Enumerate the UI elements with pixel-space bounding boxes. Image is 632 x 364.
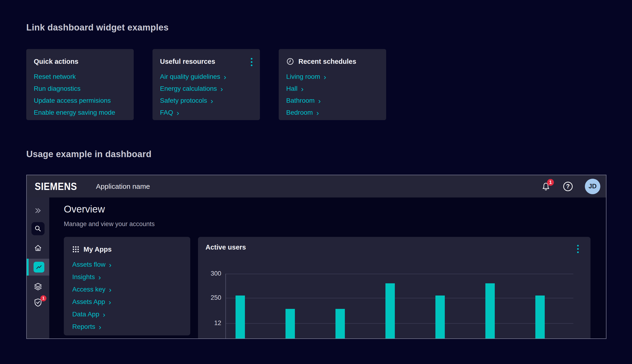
active-users-card: Active users 30025012	[198, 237, 590, 339]
link-label[interactable]: Access key	[72, 286, 106, 293]
dashboard-example-frame: SIEMENS Application name 1 ? JD	[26, 175, 606, 339]
my-apps-links: Assets flow›Insights›Access key›Assets A…	[72, 261, 182, 330]
chart-title: Active users	[206, 244, 246, 251]
notifications-button[interactable]: 1	[541, 181, 551, 192]
bar-0	[236, 296, 245, 339]
link-bathroom[interactable]: Bathroom›	[286, 97, 379, 104]
chevron-right-icon: ›	[109, 262, 112, 267]
sidebar-search-button[interactable]	[32, 222, 44, 235]
y-axis-label: 300	[200, 270, 221, 277]
kebab-menu-icon[interactable]	[576, 244, 580, 254]
gridline	[226, 298, 573, 298]
link-assets-flow[interactable]: Assets flow›	[72, 261, 182, 268]
link-air-quality-guidelines[interactable]: Air quality guidelines›	[160, 73, 252, 80]
section-title-link-widget-examples: Link dashboard widget examples	[26, 22, 169, 32]
card-title: Recent schedules	[298, 58, 356, 66]
sidebar-item-security[interactable]: 1	[33, 298, 43, 308]
layers-icon	[33, 282, 43, 291]
link-label[interactable]: Update access permisions	[34, 97, 111, 104]
link-label[interactable]: Assets flow	[72, 261, 106, 268]
kebab-menu-icon[interactable]	[250, 57, 253, 67]
link-label[interactable]: Bedroom	[286, 109, 313, 116]
sidebar-item-home[interactable]	[33, 244, 43, 252]
link-label[interactable]: Air quality guidelines	[160, 73, 220, 80]
bar-4	[436, 296, 445, 339]
bar-3	[386, 283, 395, 339]
link-living-room[interactable]: Living room›	[286, 73, 379, 80]
link-enable-energy-saving-mode[interactable]: Enable energy saving mode	[34, 109, 126, 116]
link-label[interactable]: Enable energy saving mode	[34, 109, 115, 116]
bar-1	[286, 309, 295, 339]
link-label[interactable]: Insights	[72, 273, 95, 281]
user-avatar[interactable]: JD	[585, 179, 600, 194]
help-button[interactable]: ?	[563, 181, 573, 192]
useful-resources-links: Air quality guidelines›Energy calculatio…	[160, 73, 252, 116]
link-label[interactable]: Hall	[286, 85, 298, 92]
widget-card-useful-resources: Useful resources Air quality guidelines›…	[152, 49, 260, 120]
help-icon: ?	[563, 182, 573, 191]
link-label[interactable]: Energy calculations	[160, 85, 217, 92]
chevron-right-icon: ›	[224, 74, 226, 80]
trend-chart-icon	[36, 264, 42, 271]
chevron-right-icon: ›	[98, 274, 101, 280]
main-content: Overview Manage and view your accounts M…	[49, 198, 606, 338]
link-reports[interactable]: Reports›	[72, 323, 182, 330]
chevrons-right-icon	[34, 207, 42, 214]
page-subtitle: Manage and view your accounts	[64, 220, 154, 228]
chevron-right-icon: ›	[108, 299, 111, 305]
sidebar-item-layers[interactable]	[33, 282, 43, 291]
link-label[interactable]: Living room	[286, 73, 320, 80]
link-data-app[interactable]: Data App›	[72, 310, 182, 318]
card-title: My Apps	[84, 246, 112, 253]
sidebar-expand-button[interactable]	[33, 206, 43, 215]
page-title: Overview	[64, 204, 105, 215]
sidebar: 1	[27, 198, 49, 338]
widget-card-quick-actions: Quick actions Reset networkRun diagnosti…	[26, 49, 134, 120]
link-label[interactable]: FAQ	[160, 109, 173, 116]
link-label[interactable]: Data App	[72, 310, 99, 318]
recent-schedules-links: Living room›Hall›Bathroom›Bedroom›	[286, 73, 379, 116]
link-update-access-permisions[interactable]: Update access permisions	[34, 97, 126, 104]
widget-card-recent-schedules: Recent schedules Living room›Hall›Bathro…	[279, 49, 386, 120]
link-label[interactable]: Run diagnostics	[34, 85, 80, 92]
my-apps-card: My Apps Assets flow›Insights›Access key›…	[64, 237, 190, 336]
siemens-logo: SIEMENS	[35, 180, 77, 192]
search-icon	[34, 225, 42, 232]
link-run-diagnostics[interactable]: Run diagnostics	[34, 85, 126, 92]
link-access-key[interactable]: Access key›	[72, 286, 182, 293]
link-label[interactable]: Safety protocols	[160, 97, 207, 104]
active-users-bar-chart: 30025012	[226, 274, 573, 339]
link-safety-protocols[interactable]: Safety protocols›	[160, 97, 252, 104]
y-axis-label: 12	[200, 320, 221, 327]
link-reset-network[interactable]: Reset network	[34, 73, 126, 80]
link-hall[interactable]: Hall›	[286, 85, 379, 92]
apps-grid-icon	[72, 246, 79, 253]
link-faq[interactable]: FAQ›	[160, 109, 252, 116]
application-name: Application name	[96, 182, 150, 190]
chevron-right-icon: ›	[211, 98, 213, 104]
clock-icon	[286, 58, 294, 66]
link-label[interactable]: Reset network	[34, 73, 76, 80]
sidebar-item-monitoring-active[interactable]	[27, 259, 49, 276]
y-axis-label: 250	[200, 294, 221, 302]
link-insights[interactable]: Insights›	[72, 273, 182, 281]
link-label[interactable]: Reports	[72, 323, 95, 330]
card-title: Useful resources	[160, 58, 215, 66]
link-energy-calculations[interactable]: Energy calculations›	[160, 85, 252, 92]
bar-2	[336, 309, 345, 339]
chevron-right-icon: ›	[99, 324, 101, 330]
chevron-right-icon: ›	[324, 74, 326, 80]
quick-actions-links: Reset networkRun diagnosticsUpdate acces…	[34, 73, 126, 116]
link-assets-app[interactable]: Assets App›	[72, 298, 182, 306]
chevron-right-icon: ›	[301, 86, 304, 92]
link-label[interactable]: Bathroom	[286, 97, 314, 104]
home-icon	[34, 244, 42, 252]
bar-6	[535, 296, 545, 339]
chevron-right-icon: ›	[109, 286, 112, 292]
link-bedroom[interactable]: Bedroom›	[286, 109, 379, 116]
link-label[interactable]: Assets App	[72, 298, 105, 306]
notification-badge: 1	[547, 179, 554, 186]
bar-5	[486, 283, 495, 339]
gridline	[226, 323, 573, 324]
section-title-usage-example: Usage example in dashboard	[26, 149, 152, 159]
